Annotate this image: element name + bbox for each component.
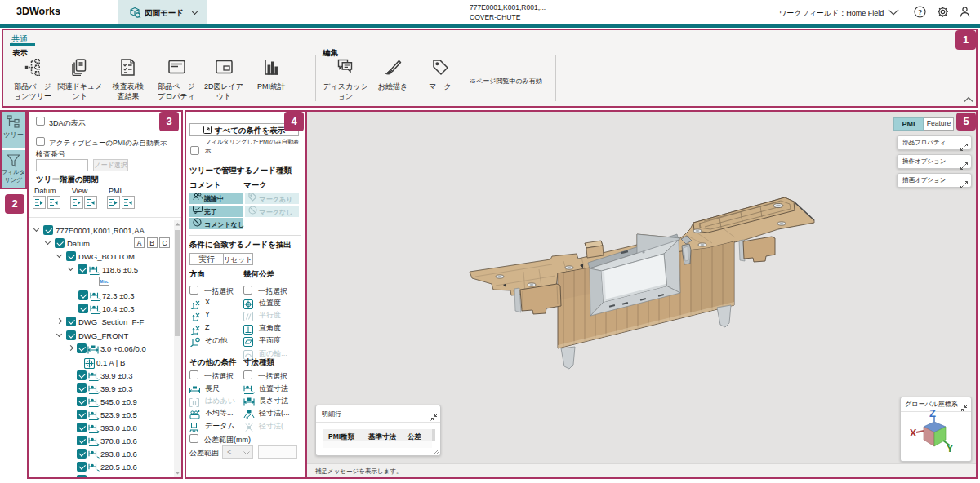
svg-text:X: X — [910, 427, 917, 439]
svg-text:Z: Z — [929, 410, 936, 419]
svg-text:?: ? — [918, 8, 922, 16]
svg-text:Y: Y — [947, 442, 954, 454]
